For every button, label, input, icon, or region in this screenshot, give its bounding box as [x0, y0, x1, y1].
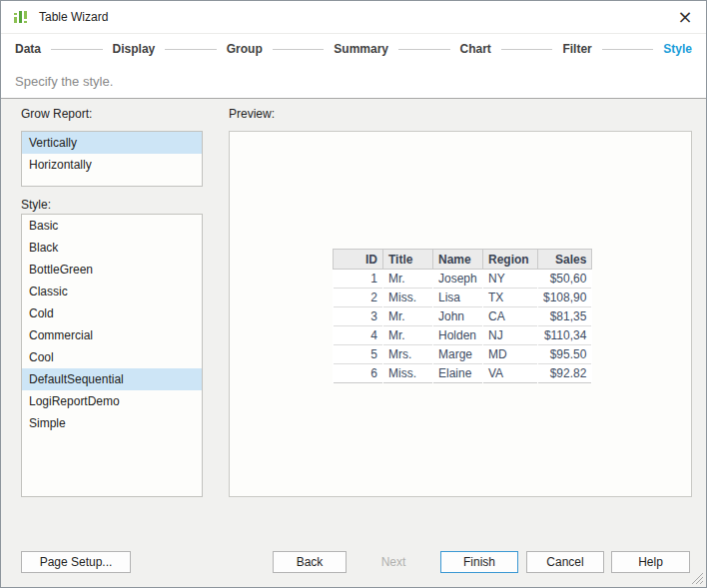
preview-cell: NY [483, 270, 538, 289]
preview-cell: $110,34 [538, 326, 592, 345]
page-setup-button[interactable]: Page Setup... [21, 551, 131, 573]
preview-table-row: 1Mr.JosephNY$50,60 [334, 270, 592, 289]
style-listbox: BasicBlackBottleGreenClassicColdCommerci… [21, 214, 203, 497]
preview-table: IDTitleNameRegionSales 1Mr.JosephNY$50,6… [333, 249, 592, 383]
wizard-step-group[interactable]: Group [227, 42, 263, 56]
back-button[interactable]: Back [273, 551, 347, 573]
preview-cell: $108,90 [538, 289, 592, 307]
grow-report-listbox: VerticallyHorizontally [21, 131, 203, 187]
grow-report-option-horizontally[interactable]: Horizontally [22, 154, 202, 176]
grow-report-option-vertically[interactable]: Vertically [22, 132, 202, 154]
preview-cell: Miss. [383, 364, 433, 383]
style-option-cool[interactable]: Cool [22, 346, 202, 368]
preview-cell: 1 [334, 270, 383, 289]
style-label: Style: [21, 198, 51, 212]
preview-label: Preview: [229, 107, 275, 121]
step-connector [165, 49, 217, 50]
preview-cell: Holden [433, 326, 483, 345]
preview-cell: Mr. [383, 307, 433, 326]
preview-cell: 4 [334, 326, 383, 345]
preview-cell: John [433, 307, 483, 326]
wizard-step-data[interactable]: Data [15, 42, 41, 56]
preview-cell: 6 [334, 364, 383, 383]
preview-table-row: 5Mrs.MargeMD$95.50 [334, 345, 592, 364]
style-option-commercial[interactable]: Commercial [22, 324, 202, 346]
wizard-step-filter[interactable]: Filter [562, 42, 591, 56]
step-connector [398, 49, 450, 50]
step-connector [602, 49, 654, 50]
preview-cell: MD [483, 345, 538, 364]
preview-cell: Miss. [383, 289, 433, 307]
style-option-simple[interactable]: Simple [22, 412, 202, 434]
step-connector [501, 49, 553, 50]
wizard-steps: DataDisplayGroupSummaryChartFilterStyle [1, 34, 706, 64]
preview-cell: $95.50 [538, 345, 592, 364]
preview-cell: Joseph [433, 270, 483, 289]
preview-cell: Elaine [433, 364, 483, 383]
preview-cell: 5 [334, 345, 383, 364]
preview-cell: NJ [483, 326, 538, 345]
table-wizard-dialog: Table Wizard × DataDisplayGroupSummaryCh… [0, 0, 707, 588]
preview-table-row: 3Mr.JohnCA$81,35 [334, 307, 592, 326]
preview-cell: 3 [334, 307, 383, 326]
preview-cell: VA [483, 364, 538, 383]
preview-cell: Mr. [383, 270, 433, 289]
window-title: Table Wizard [39, 10, 108, 24]
equalizer-chart-icon [13, 9, 29, 25]
preview-header-cell: Title [383, 250, 433, 270]
preview-cell: $92.82 [538, 364, 592, 383]
close-icon[interactable]: × [674, 6, 696, 28]
style-option-black[interactable]: Black [22, 237, 202, 259]
cancel-button[interactable]: Cancel [526, 551, 604, 573]
preview-cell: $81,35 [538, 307, 592, 326]
resize-grip-icon[interactable] [691, 572, 704, 585]
style-option-basic[interactable]: Basic [22, 215, 202, 237]
next-button[interactable]: Next [356, 551, 430, 573]
preview-header-cell: Region [483, 250, 538, 270]
preview-table-row: 2Miss.LisaTX$108,90 [334, 289, 592, 307]
step-connector [51, 49, 103, 50]
content-area: Grow Report: VerticallyHorizontally Styl… [1, 99, 706, 587]
style-option-bottlegreen[interactable]: BottleGreen [22, 259, 202, 281]
preview-panel: IDTitleNameRegionSales 1Mr.JosephNY$50,6… [229, 131, 692, 497]
preview-cell: CA [483, 307, 538, 326]
preview-table-row: 6Miss.ElaineVA$92.82 [334, 364, 592, 383]
preview-cell: TX [483, 289, 538, 307]
wizard-step-style[interactable]: Style [663, 42, 692, 56]
wizard-step-display[interactable]: Display [113, 42, 156, 56]
preview-cell: Mr. [383, 326, 433, 345]
style-option-cold[interactable]: Cold [22, 302, 202, 324]
preview-header-cell: Sales [538, 250, 592, 270]
preview-cell: $50,60 [538, 270, 592, 289]
style-option-classic[interactable]: Classic [22, 281, 202, 302]
preview-cell: Marge [433, 345, 483, 364]
step-description: Specify the style. [1, 64, 706, 99]
preview-cell: Lisa [433, 289, 483, 307]
style-option-defaultsequential[interactable]: DefaultSequential [22, 368, 202, 390]
step-connector [273, 49, 325, 50]
preview-header-cell: Name [433, 250, 483, 270]
preview-cell: 2 [334, 289, 383, 307]
preview-header-cell: ID [334, 250, 383, 270]
title-bar: Table Wizard × [1, 1, 706, 34]
wizard-step-summary[interactable]: Summary [334, 42, 388, 56]
preview-table-row: 4Mr.HoldenNJ$110,34 [334, 326, 592, 345]
finish-button[interactable]: Finish [440, 551, 518, 573]
grow-report-label: Grow Report: [21, 107, 92, 121]
preview-cell: Mrs. [383, 345, 433, 364]
style-option-logireportdemo[interactable]: LogiReportDemo [22, 390, 202, 412]
wizard-step-chart[interactable]: Chart [460, 42, 491, 56]
help-button[interactable]: Help [611, 551, 690, 573]
